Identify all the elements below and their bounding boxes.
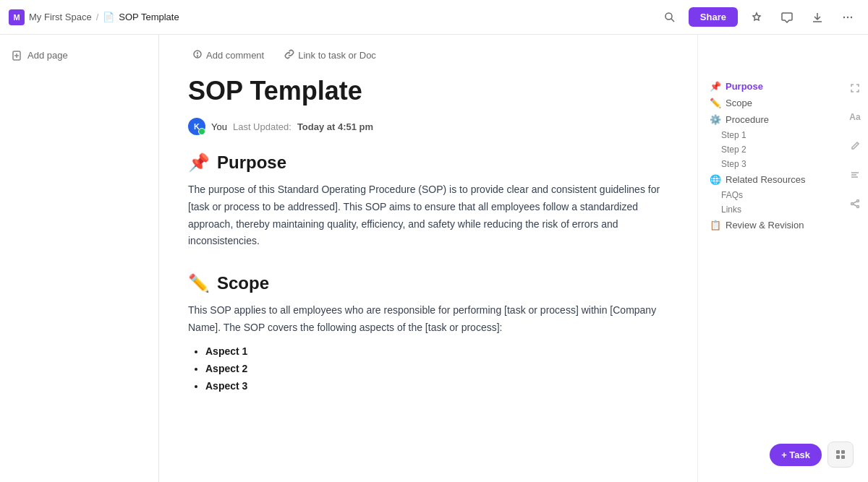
float-buttons: + Task bbox=[770, 442, 854, 468]
avatar: K bbox=[188, 118, 205, 135]
workspace-icon: M bbox=[9, 9, 25, 25]
toc-related-icon: 🌐 bbox=[710, 174, 721, 185]
table-of-contents: 📌 Purpose ✏️ Scope ⚙️ Procedure Step 1 S… bbox=[697, 35, 842, 482]
grid-view-btn[interactable] bbox=[827, 442, 854, 468]
toc-related-resources[interactable]: 🌐 Related Resources bbox=[704, 171, 836, 188]
toc-purpose-icon: 📌 bbox=[710, 81, 721, 92]
toc-faqs[interactable]: FAQs bbox=[704, 188, 836, 202]
link-label: Link to task or Doc bbox=[298, 50, 376, 61]
scope-emoji: ✏️ bbox=[188, 273, 210, 293]
toc-links[interactable]: Links bbox=[704, 202, 836, 217]
last-updated-time: Today at 4:51 pm bbox=[297, 121, 373, 132]
toc-step3[interactable]: Step 3 bbox=[704, 157, 836, 171]
font-size-btn[interactable]: Aa bbox=[845, 107, 865, 127]
author-name: You bbox=[211, 121, 227, 132]
page-title-crumb[interactable]: SOP Template bbox=[119, 12, 179, 22]
comment-icon bbox=[192, 49, 203, 61]
scope-heading: ✏️ Scope bbox=[188, 273, 668, 293]
edit-btn[interactable] bbox=[845, 136, 865, 156]
svg-rect-19 bbox=[836, 450, 840, 454]
scope-body: This SOP applies to all employees who ar… bbox=[188, 302, 668, 337]
svg-point-2 bbox=[843, 16, 845, 17]
share-button[interactable]: Share bbox=[689, 7, 738, 27]
more-options-btn[interactable] bbox=[836, 6, 859, 29]
add-page-btn[interactable]: Add page bbox=[6, 46, 153, 64]
author-row: K You Last Updated: Today at 4:51 pm bbox=[188, 118, 668, 135]
add-comment-label: Add comment bbox=[206, 50, 264, 61]
layout: Add page Add comment Link to task or Doc… bbox=[0, 35, 868, 482]
scope-section: ✏️ Scope This SOP applies to all employe… bbox=[188, 273, 668, 392]
svg-rect-21 bbox=[836, 455, 840, 459]
toc-purpose[interactable]: 📌 Purpose bbox=[704, 78, 836, 95]
star-icon-btn[interactable] bbox=[745, 6, 768, 29]
topbar: M My First Space / 📄 SOP Template Share bbox=[0, 0, 868, 35]
topbar-right: Share bbox=[658, 6, 859, 29]
purpose-body: The purpose of this Standard Operating P… bbox=[188, 181, 668, 250]
svg-point-4 bbox=[851, 16, 852, 17]
sidebar: Add page bbox=[0, 35, 159, 482]
comment-icon-btn[interactable] bbox=[775, 6, 799, 29]
doc-title: SOP Template bbox=[188, 70, 668, 106]
link-icon bbox=[284, 49, 294, 61]
purpose-heading-text: Purpose bbox=[217, 152, 286, 173]
purpose-section: 📌 Purpose The purpose of this Standard O… bbox=[188, 152, 668, 250]
toc-procedure[interactable]: ⚙️ Procedure bbox=[704, 111, 836, 128]
toc-scope[interactable]: ✏️ Scope bbox=[704, 95, 836, 111]
toc-review-label: Review & Revision bbox=[726, 220, 804, 231]
svg-point-16 bbox=[857, 206, 859, 208]
toc-step1[interactable]: Step 1 bbox=[704, 128, 836, 142]
svg-line-17 bbox=[853, 202, 856, 203]
add-comment-btn[interactable]: Add comment bbox=[188, 46, 268, 64]
search-icon-btn[interactable] bbox=[658, 6, 681, 29]
collapse-btn[interactable] bbox=[845, 78, 865, 98]
breadcrumb-space[interactable]: My First Space bbox=[29, 12, 92, 22]
topbar-left: M My First Space / 📄 SOP Template bbox=[9, 9, 652, 25]
breadcrumb-separator: / bbox=[96, 12, 99, 22]
toc-procedure-icon: ⚙️ bbox=[710, 114, 721, 125]
svg-line-1 bbox=[671, 19, 674, 22]
share-edge-btn[interactable] bbox=[845, 194, 865, 214]
aspect-2: Aspect 2 bbox=[205, 363, 668, 374]
last-updated-label: Last Updated: bbox=[233, 121, 292, 132]
svg-point-0 bbox=[665, 13, 672, 20]
svg-rect-20 bbox=[841, 450, 845, 454]
toc-purpose-label: Purpose bbox=[726, 81, 763, 92]
toc-step2[interactable]: Step 2 bbox=[704, 142, 836, 157]
toc-review-revision[interactable]: 📋 Review & Revision bbox=[704, 217, 836, 233]
scope-heading-text: Scope bbox=[217, 273, 269, 293]
download-icon-btn[interactable] bbox=[806, 6, 829, 29]
task-button[interactable]: + Task bbox=[770, 444, 822, 466]
toc-related-label: Related Resources bbox=[726, 174, 806, 185]
right-edge: Aa bbox=[842, 35, 868, 482]
purpose-emoji: 📌 bbox=[188, 152, 210, 173]
format-btn[interactable] bbox=[845, 165, 865, 185]
toc-review-icon: 📋 bbox=[710, 220, 721, 231]
svg-point-10 bbox=[197, 56, 198, 56]
toolbar-row: Add comment Link to task or Doc bbox=[188, 35, 668, 70]
avatar-online-badge bbox=[198, 128, 205, 135]
toc-scope-icon: ✏️ bbox=[710, 98, 721, 108]
aspect-3: Aspect 3 bbox=[205, 380, 668, 392]
link-btn[interactable]: Link to task or Doc bbox=[280, 46, 380, 64]
page-icon-small: 📄 bbox=[103, 12, 114, 22]
purpose-heading: 📌 Purpose bbox=[188, 152, 668, 173]
svg-point-15 bbox=[851, 203, 854, 205]
svg-rect-22 bbox=[841, 455, 845, 459]
main-content: Add comment Link to task or Doc SOP Temp… bbox=[159, 35, 697, 482]
svg-line-18 bbox=[853, 205, 856, 206]
svg-point-3 bbox=[847, 16, 848, 17]
aspects-list: Aspect 1 Aspect 2 Aspect 3 bbox=[188, 345, 668, 392]
add-page-label: Add page bbox=[27, 50, 68, 61]
svg-point-14 bbox=[857, 200, 859, 202]
aspect-1: Aspect 1 bbox=[205, 345, 668, 357]
toc-procedure-label: Procedure bbox=[726, 114, 769, 125]
toc-scope-label: Scope bbox=[726, 98, 752, 108]
